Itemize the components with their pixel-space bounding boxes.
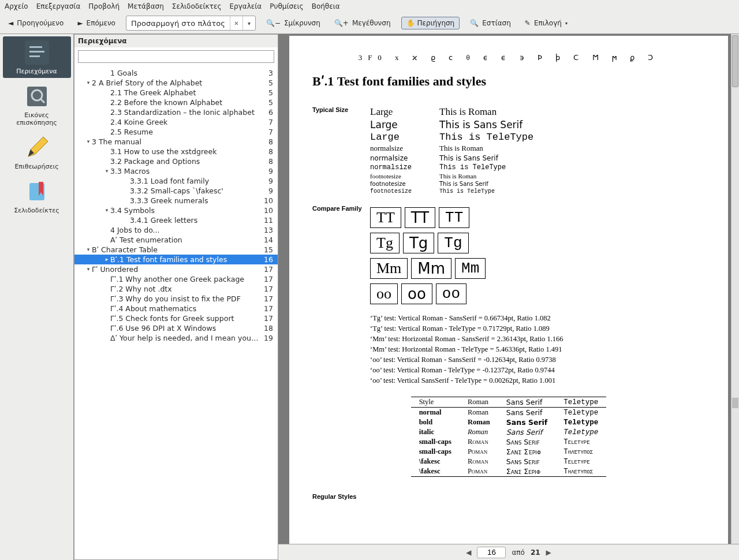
chevron-down-icon[interactable]: ▾ xyxy=(242,16,255,30)
toc-item[interactable]: 3.3.2 Small-caps `\fakesc'9 xyxy=(74,186,278,196)
toc-label: Βʹ Character Table xyxy=(92,245,260,255)
toc-item[interactable]: ▾3.3 Macros9 xyxy=(74,166,278,176)
menu-go[interactable]: Μετάβαση xyxy=(128,2,164,10)
browse-mode-button[interactable]: ✋ Περιήγηση xyxy=(401,17,460,29)
size-name: footnotesize xyxy=(370,173,439,180)
page-prev-icon[interactable]: ◀ xyxy=(466,548,471,557)
toc-label: 3.4.1 Greek letters xyxy=(130,215,260,225)
zoom-in-label: Μεγέθυνση xyxy=(352,19,391,27)
toc-item[interactable]: Γʹ.1 Why another one Greek package17 xyxy=(74,274,278,284)
toggle-icon: ▾ xyxy=(103,166,110,176)
style-roman: Ρόμαν xyxy=(460,447,498,457)
style-roman: Roman xyxy=(460,427,498,437)
toc-item[interactable]: Αʹ Test enumeration14 xyxy=(74,235,278,245)
scrollbar-thumb[interactable] xyxy=(732,35,738,87)
size-name: Large xyxy=(370,132,439,143)
toc-item[interactable]: Γʹ.4 About mathematics17 xyxy=(74,304,278,313)
size-name: Large xyxy=(370,106,439,118)
size-name: normalsize xyxy=(370,154,439,162)
zoom-out-label: Σμίκρυνση xyxy=(284,19,320,27)
test-line: ‘Mm’ test: Horizontal Roman - TeleType =… xyxy=(370,345,705,354)
toc-item[interactable]: 1 Goals3 xyxy=(74,68,278,78)
scrollbar-grip[interactable] xyxy=(732,398,738,408)
style-name: italic xyxy=(411,427,460,437)
toc-page: 7 xyxy=(260,117,275,127)
toc-item[interactable]: 2.5 Resume7 xyxy=(74,127,278,137)
menu-help[interactable]: Βοήθεια xyxy=(312,2,340,10)
style-name: small-caps xyxy=(411,447,460,457)
toc-label: Γʹ.4 About mathematics xyxy=(110,304,260,313)
toc-item[interactable]: Γʹ.3 Why do you insist to fix the PDF17 xyxy=(74,294,278,304)
sidetab-reviews[interactable]: Επιθεωρήσεις xyxy=(3,132,71,173)
style-sans: Sans Serif xyxy=(498,457,556,466)
toc-item[interactable]: ▾Βʹ Character Table15 xyxy=(74,245,278,255)
magnifier-icon: 🔍 xyxy=(470,19,479,27)
toc-item[interactable]: 3.1 How to use the xstdgreek8 xyxy=(74,147,278,156)
toc-page: 9 xyxy=(260,176,275,186)
toc-item[interactable]: 2.1 The Greek Alphabet5 xyxy=(74,88,278,98)
document-scroll[interactable]: 3F0 x ϰ ϱ ϲ θ ϵ ϵ ϶ Ϸ ϸ Ϲ Ϻ ϻ ϼ Ͻ Βʹ.1 T… xyxy=(278,34,739,544)
toc-item[interactable]: ▾2 A Brief Story of the Alphabet5 xyxy=(74,78,278,88)
test-line: ‘Tg’ test: Vertical Roman - TeleType = 0… xyxy=(370,324,705,333)
page-next-icon[interactable]: ▶ xyxy=(546,548,551,557)
menu-settings[interactable]: Ρυθμίσεις xyxy=(270,2,303,10)
side-panel: Περιεχόμενα Εικόνες επισκόπησης Επιθεωρή… xyxy=(0,34,74,560)
chevron-down-icon: ▾ xyxy=(565,21,568,26)
compare-label: Compare Family xyxy=(312,205,370,212)
toc-item[interactable]: Γʹ.6 Use 96 DPI at X Windows18 xyxy=(74,323,278,333)
svg-rect-3 xyxy=(29,55,40,57)
menu-view[interactable]: Προβολή xyxy=(88,2,120,10)
sidetab-label: Περιεχόμενα xyxy=(16,68,57,75)
zoom-out-button[interactable]: 🔍− Σμίκρυνση xyxy=(263,17,324,29)
browse-label: Περιήγηση xyxy=(417,19,455,27)
font-box: TT xyxy=(439,207,469,228)
toc-item[interactable]: 3.3.3 Greek numerals10 xyxy=(74,196,278,206)
sidetab-bookmarks[interactable]: Σελιδοδείκτες xyxy=(3,176,71,217)
vertical-scrollbar[interactable] xyxy=(731,34,739,544)
toc-item[interactable]: Γʹ.5 Check fonts for Greek support17 xyxy=(74,313,278,323)
toc-label: Δʹ Your help is needed, and I mean your … xyxy=(110,333,260,343)
menu-tools[interactable]: Εργαλεία xyxy=(229,2,262,10)
style-sans: Σανς Σεριφ xyxy=(498,466,556,477)
sidetab-thumbnails[interactable]: Εικόνες επισκόπησης xyxy=(3,80,71,129)
menu-bookmarks[interactable]: Σελιδοδείκτες xyxy=(172,2,222,10)
toc-item[interactable]: 2.2 Before the known Alphabet5 xyxy=(74,98,278,107)
toc-item[interactable]: ▾Γʹ Unordered17 xyxy=(74,264,278,274)
next-button[interactable]: ► Επόμενο xyxy=(74,17,119,29)
size-name: Large xyxy=(370,119,439,130)
toc-item[interactable]: ▸Βʹ.1 Test font families and styles16 xyxy=(74,255,278,264)
clear-icon[interactable]: ✕ xyxy=(230,16,242,30)
style-mono: Teletype xyxy=(555,427,606,437)
toggle-icon: ▾ xyxy=(85,264,92,274)
contents-title: Περιεχόμενα xyxy=(74,35,278,47)
toc-item[interactable]: 2.4 Koine Greek7 xyxy=(74,117,278,127)
menu-file[interactable]: Αρχείο xyxy=(5,2,28,10)
toc-label: 3 The manual xyxy=(92,137,260,147)
sidetab-contents[interactable]: Περιεχόμενα xyxy=(3,36,71,78)
section-heading: Βʹ.1 Test font families and styles xyxy=(312,74,705,89)
toc-item[interactable]: 3.3.1 Load font family9 xyxy=(74,176,278,186)
toc-item[interactable]: 4 Jobs to do...13 xyxy=(74,225,278,235)
toc-item[interactable]: 2.3 Standardization – the Ionic alphabet… xyxy=(74,107,278,117)
zoom-mode-combo[interactable]: Προσαρμογή στο πλάτος ✕ ▾ xyxy=(126,16,256,31)
test-line: ‘oo’ test: Vertical SansSerif - TeleType… xyxy=(370,376,705,385)
toc-item[interactable]: Γʹ.2 Why not .dtx17 xyxy=(74,284,278,294)
focus-mode-button[interactable]: 🔍 Εστίαση xyxy=(466,17,514,29)
contents-search-input[interactable] xyxy=(78,50,274,63)
toc-item[interactable]: ▾3.4 Symbols10 xyxy=(74,206,278,215)
menu-edit[interactable]: Επεξεργασία xyxy=(36,2,81,10)
toc-item[interactable]: ▾3 The manual8 xyxy=(74,137,278,147)
prev-button[interactable]: ◄ Προηγούμενο xyxy=(5,17,67,29)
toc-label: 2.4 Koine Greek xyxy=(110,117,260,127)
toc-label: Γʹ.1 Why another one Greek package xyxy=(110,274,260,284)
select-mode-button[interactable]: ✎ Επιλογή ▾ xyxy=(521,17,571,29)
contents-icon xyxy=(24,39,50,66)
toc-item[interactable]: Δʹ Your help is needed, and I mean your … xyxy=(74,333,278,343)
page-number-input[interactable] xyxy=(477,547,506,558)
zoom-in-button[interactable]: 🔍+ Μεγέθυνση xyxy=(331,17,394,29)
size-sample: This is Sans Serif xyxy=(439,181,705,187)
style-name: \fakesc xyxy=(411,457,460,466)
toc-item[interactable]: 3.2 Package and Options8 xyxy=(74,156,278,166)
toc-item[interactable]: 3.4.1 Greek letters11 xyxy=(74,215,278,225)
style-name: \fakesc xyxy=(411,466,460,477)
